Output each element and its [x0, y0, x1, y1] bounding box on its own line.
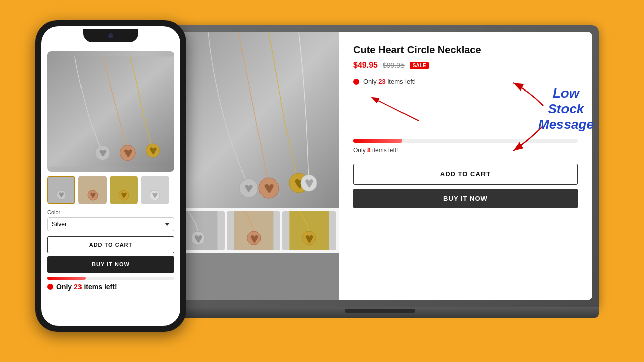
- product-title: Cute Heart Circle Necklace: [353, 44, 578, 56]
- laptop-add-to-cart-button[interactable]: ADD TO CART: [353, 164, 578, 185]
- phone-thumb-1[interactable]: [47, 176, 75, 204]
- phone-stock-text: Only 23 items left!: [56, 283, 117, 291]
- scene: Cute Heart Circle Necklace $49.95 $99.95…: [20, 15, 624, 347]
- sale-price: $49.95: [353, 61, 378, 70]
- stock-indicator-high-row: Only 23 items left!: [353, 78, 578, 85]
- stock-text-high: Only 23 items left!: [363, 78, 416, 85]
- phone-main-image: [47, 51, 174, 172]
- laptop-buy-now-button[interactable]: BUY IT NOW: [353, 189, 578, 208]
- laptop-main-image: [168, 32, 339, 208]
- phone-progress-fill: [47, 277, 86, 280]
- phone-add-to-cart-button[interactable]: ADD TO CART: [47, 236, 174, 253]
- laptop: Cute Heart Circle Necklace $49.95 $99.95…: [161, 25, 614, 337]
- phone-red-dot: [47, 284, 53, 290]
- phone-color-label: Color: [47, 209, 174, 215]
- phone-thumbnails: [47, 176, 174, 204]
- laptop-progress-fill: [353, 139, 403, 143]
- stock-below-bar: Only 8 items left!: [353, 147, 578, 154]
- laptop-thumb-3[interactable]: [282, 211, 336, 250]
- phone-camera: [108, 33, 113, 38]
- phone-thumb-4[interactable]: [141, 176, 169, 204]
- laptop-right-panel: Cute Heart Circle Necklace $49.95 $99.95…: [339, 32, 592, 300]
- phone-thumb-2[interactable]: [78, 176, 107, 204]
- laptop-progress-bar: [353, 139, 578, 143]
- phone-screen: Color Silver Gold Rose Gold ADD TO CART …: [41, 26, 180, 326]
- annotation-spacer: [353, 90, 578, 131]
- phone-notch: [83, 29, 138, 42]
- phone-buy-now-button[interactable]: BUY IT NOW: [47, 256, 174, 273]
- phone-content: Color Silver Gold Rose Gold ADD TO CART …: [41, 26, 180, 326]
- sale-badge: SALE: [410, 62, 429, 69]
- original-price: $99.95: [383, 61, 405, 69]
- phone-color-select[interactable]: Silver Gold Rose Gold: [47, 217, 174, 231]
- phone: Color Silver Gold Rose Gold ADD TO CART …: [35, 20, 186, 332]
- phone-thumb-3[interactable]: [110, 176, 138, 204]
- laptop-base: [161, 307, 599, 318]
- laptop-screen: Cute Heart Circle Necklace $49.95 $99.95…: [168, 32, 592, 300]
- laptop-thumbnails: [168, 208, 339, 253]
- phone-stock-row: Only 23 items left!: [47, 283, 174, 291]
- laptop-body: Cute Heart Circle Necklace $49.95 $99.95…: [161, 25, 599, 307]
- price-row: $49.95 $99.95 SALE: [353, 61, 578, 70]
- laptop-left-panel: [168, 32, 339, 300]
- laptop-thumb-2[interactable]: [227, 211, 281, 250]
- red-dot-high: [353, 79, 359, 85]
- phone-progress-bar: [47, 277, 174, 280]
